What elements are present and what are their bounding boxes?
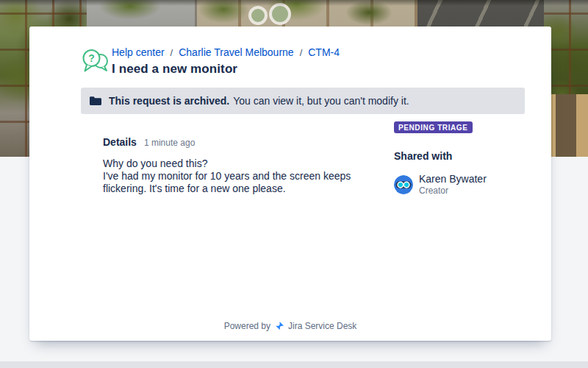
help-center-icon: ?: [81, 47, 110, 74]
avatar: [394, 175, 413, 194]
status-badge: PENDING TRIAGE: [394, 121, 473, 133]
svg-text:?: ?: [88, 52, 95, 64]
request-header: ? Help center / Charlie Travel Melbourne…: [29, 26, 551, 77]
folder-icon: [90, 96, 101, 106]
photo-round-mirror: [269, 3, 291, 25]
shared-with-heading: Shared with: [394, 150, 525, 162]
archived-banner-bold: This request is archived.: [109, 95, 229, 107]
breadcrumb-link-request-key[interactable]: CTM-4: [308, 46, 340, 58]
jira-service-desk-link[interactable]: Jira Service Desk: [288, 321, 356, 331]
jira-logo-icon: [275, 322, 284, 331]
request-title: I need a new monitor: [112, 62, 340, 77]
details-section: Details 1 minute ago Why do you need thi…: [103, 120, 385, 195]
details-header: Details 1 minute ago: [103, 136, 385, 148]
breadcrumb-separator: /: [300, 47, 303, 58]
page: ? Help center / Charlie Travel Melbourne…: [0, 0, 588, 368]
breadcrumb: Help center / Charlie Travel Melbourne /…: [112, 46, 340, 58]
details-heading: Details: [103, 136, 137, 148]
archived-banner-detail: You can view it, but you can't modify it…: [233, 95, 409, 107]
breadcrumb-link-help-center[interactable]: Help center: [112, 46, 165, 58]
archived-banner-text: This request is archived.You can view it…: [109, 95, 409, 107]
breadcrumb-link-project[interactable]: Charlie Travel Melbourne: [179, 46, 293, 58]
details-timestamp: 1 minute ago: [144, 138, 195, 148]
details-question: Why do you need this?: [103, 158, 385, 170]
shared-person-row: Karen Bywater Creator: [394, 173, 525, 196]
photo-round-mirror: [248, 6, 268, 25]
page-bottom-strip: [0, 361, 588, 368]
person-name: Karen Bywater: [419, 173, 487, 185]
person-text: Karen Bywater Creator: [419, 173, 487, 196]
breadcrumb-separator: /: [171, 47, 173, 58]
request-card: ? Help center / Charlie Travel Melbourne…: [29, 26, 551, 341]
powered-by-label: Powered by: [224, 321, 270, 331]
footer: Powered by Jira Service Desk: [29, 321, 551, 331]
person-role: Creator: [419, 185, 487, 196]
details-answer: I've had my monitor for 10 years and the…: [103, 170, 385, 195]
archived-banner: This request is archived.You can view it…: [81, 88, 525, 114]
photo-wood-doorway: [545, 94, 588, 157]
request-body: Details 1 minute ago Why do you need thi…: [29, 114, 551, 196]
request-sidebar: PENDING TRIAGE Shared with Karen Bywater: [394, 120, 525, 196]
